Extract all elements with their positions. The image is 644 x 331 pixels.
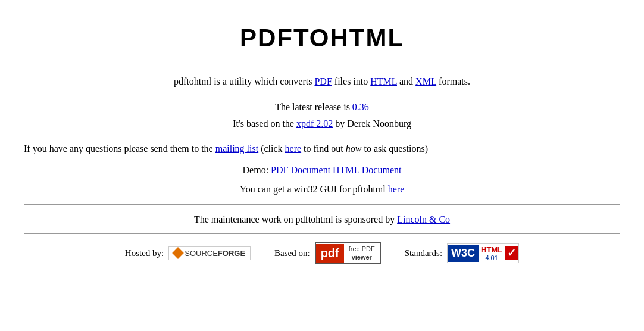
win32-here-link[interactable]: here [388,184,405,194]
pdf-viewer-text: viewer [352,253,372,261]
description-and: and [397,76,415,86]
w3c-checkmark: ✓ [505,246,518,260]
standards-item: Standards: W3C HTML 4.01 ✓ [405,243,519,263]
w3c-right: HTML 4.01 [479,244,505,263]
questions-middle2: to find out [301,143,346,154]
win32-prefix: You can get a win32 GUI for pftohtml [240,184,388,194]
xml-link[interactable]: XML [415,76,436,86]
based-on-item: Based on: pdf free PDF viewer [274,242,381,264]
divider-1 [24,204,620,205]
checkmark-icon: ✓ [507,246,516,260]
description-prefix: pdftohtml is a utility which converts [174,76,314,86]
sourceforge-badge[interactable]: SOURCEFORGE [168,246,251,260]
release-prefix: The latest release is [275,102,352,112]
pdf-icon-red: pdf [316,244,344,263]
questions-section: If you have any questions please send th… [24,141,620,157]
release-link[interactable]: 0.36 [352,102,369,112]
questions-suffix: to ask questions) [361,143,428,154]
sponsor-prefix: The maintenance work on pdftohtml is spo… [194,214,397,224]
w3c-badge[interactable]: W3C HTML 4.01 ✓ [447,243,519,263]
html-document-link[interactable]: HTML Document [333,165,401,175]
w3c-left: W3C [448,245,479,262]
questions-prefix: If you have any questions please send th… [24,143,215,154]
mailing-list-link[interactable]: mailing list [215,143,258,154]
page-title: PDFTOHTML [24,24,620,52]
questions-middle: (click [258,143,285,154]
pdf-text-side: free PDF viewer [344,243,380,263]
pdf-letter: pdf [321,246,339,260]
win32-section: You can get a win32 GUI for pftohtml her… [24,184,620,195]
hosted-by-item: Hosted by: SOURCEFORGE [125,246,251,260]
footer-section: Hosted by: SOURCEFORGE Based on: pdf fre… [24,233,620,270]
how-text: how [346,143,362,154]
description-middle1: files into [332,76,370,86]
hosted-by-label: Hosted by: [125,248,164,258]
pdf-free-text: free PDF [349,245,375,253]
pdf-link[interactable]: PDF [314,76,332,86]
xpdf-link[interactable]: xpdf 2.02 [296,118,333,129]
standards-label: Standards: [405,248,442,258]
sponsor-section: The maintenance work on pdftohtml is spo… [24,214,620,225]
xpdf-prefix: It's based on the [233,118,296,129]
pdf-document-link[interactable]: PDF Document [271,165,330,175]
description-suffix: formats. [436,76,470,86]
w3c-version-text: 4.01 [485,254,498,261]
lincoln-co-link[interactable]: Lincoln & Co [397,214,450,224]
sf-badge-text: SOURCEFORGE [185,249,245,258]
demo-section: Demo: PDF Document HTML Document [24,165,620,176]
based-on-label: Based on: [274,248,310,258]
demo-prefix: Demo: [243,165,271,175]
release-section: The latest release is 0.36 It's based on… [24,99,620,133]
sf-diamond-icon [172,247,184,259]
xpdf-suffix: by Derek Noonburg [333,118,411,129]
pdf-badge[interactable]: pdf free PDF viewer [315,242,381,264]
html-link[interactable]: HTML [370,76,397,86]
w3c-text: W3C [451,247,475,259]
title-section: PDFTOHTML [24,12,620,64]
description-section: pdftohtml is a utility which converts PD… [24,74,620,89]
w3c-html-text: HTML [481,245,502,254]
how-to-ask-link[interactable]: here [285,143,302,154]
